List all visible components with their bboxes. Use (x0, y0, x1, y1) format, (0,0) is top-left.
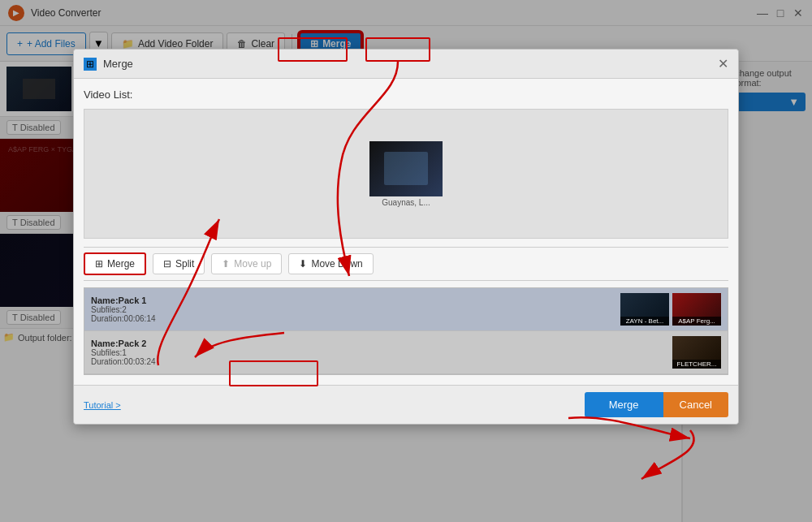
preview-label: Guaynas, L... (382, 198, 430, 207)
merge-dialog: ⊞ Merge ✕ Video List: Guaynas, L... (73, 49, 739, 425)
move-up-icon: ⬆ (222, 258, 230, 270)
pack-1-duration: Duration:00:06:14 (91, 314, 614, 323)
preview-thumb-content (369, 141, 443, 196)
preview-thumbnail (369, 141, 443, 196)
footer-merge-button[interactable]: Merge (585, 392, 663, 417)
pack-1-subfiles: Subfiles:2 (91, 305, 614, 314)
dialog-close-button[interactable]: ✕ (718, 56, 728, 71)
pack-2-info: Name:Pack 2 Subfiles:1 Duration:00:03:24 (91, 339, 666, 366)
pack-1-thumb-2-label: A$AP Ferg... (672, 317, 721, 326)
dialog-split-label: Split (175, 258, 194, 270)
pack-2-thumb-1-label: FLETCHER... (672, 360, 721, 369)
pack-list: Name:Pack 1 Subfiles:2 Duration:00:06:14… (84, 287, 728, 375)
pack-item-2[interactable]: Name:Pack 2 Subfiles:1 Duration:00:03:24… (84, 331, 728, 374)
pack-item-1[interactable]: Name:Pack 1 Subfiles:2 Duration:00:06:14… (84, 288, 728, 331)
preview-item-1: Guaynas, L... (369, 141, 443, 207)
pack-2-name: Name:Pack 2 (91, 339, 666, 348)
pack-2-thumbs: FLETCHER... (672, 336, 721, 369)
dialog-merge-label: Merge (107, 258, 135, 270)
dialog-merge-button[interactable]: ⊞ Merge (84, 252, 146, 275)
dialog-footer: Tutorial > Merge Cancel (74, 385, 738, 424)
dialog-merge-icon: ⊞ (95, 258, 103, 270)
dialog-title-icon: ⊞ (84, 58, 97, 71)
pack-2-duration: Duration:00:03:24 (91, 357, 666, 366)
move-down-label: Move Down (311, 258, 362, 270)
dialog-title: Merge (103, 58, 711, 70)
pack-1-info: Name:Pack 1 Subfiles:2 Duration:00:06:14 (91, 296, 614, 323)
pack-2-subfiles: Subfiles:1 (91, 348, 666, 357)
move-down-icon: ⬇ (299, 258, 307, 270)
dialog-move-down-button[interactable]: ⬇ Move Down (288, 253, 373, 274)
preview-area: Guaynas, L... (84, 109, 728, 239)
pack-1-thumb-1-label: ZAYN - Bet... (620, 317, 669, 326)
tutorial-link[interactable]: Tutorial > (84, 400, 121, 410)
move-up-label: Move up (234, 258, 271, 270)
pack-1-thumb-2: A$AP Ferg... (672, 293, 721, 326)
video-list-label: Video List: (84, 88, 728, 101)
dialog-move-up-button[interactable]: ⬆ Move up (211, 253, 282, 274)
footer-buttons: Merge Cancel (585, 392, 728, 417)
dialog-overlay: ⊞ Merge ✕ Video List: Guaynas, L... (0, 0, 812, 522)
pack-1-thumbs: ZAYN - Bet... A$AP Ferg... (620, 293, 721, 326)
pack-1-name: Name:Pack 1 (91, 296, 614, 305)
dialog-split-icon: ⊟ (163, 258, 171, 270)
footer-cancel-button[interactable]: Cancel (663, 392, 728, 417)
dialog-toolbar: ⊞ Merge ⊟ Split ⬆ Move up ⬇ Move Down (84, 247, 728, 281)
pack-2-thumb-1: FLETCHER... (672, 336, 721, 369)
dialog-content: Video List: Guaynas, L... ⊞ Merge (74, 79, 738, 385)
pack-1-thumb-1: ZAYN - Bet... (620, 293, 669, 326)
dialog-split-button[interactable]: ⊟ Split (153, 253, 205, 274)
dialog-title-bar: ⊞ Merge ✕ (74, 50, 738, 79)
